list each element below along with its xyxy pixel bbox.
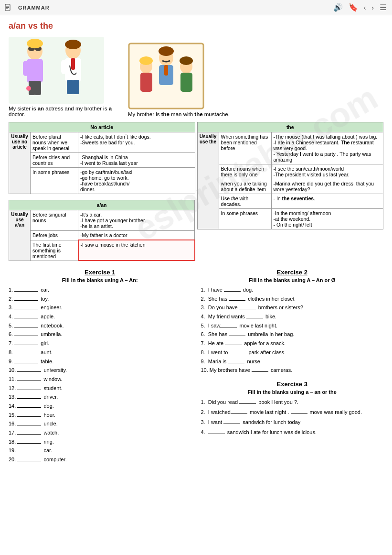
toolbar: GRAMMAR 🔊 🔖 ‹ › ☰ — [0, 0, 392, 15]
the-example-3: -Marina where did you get the dress, tha… — [271, 179, 383, 194]
list-item: 6. She has umbrella in her bag. — [201, 330, 384, 339]
grammar-tables-row: No article Usually use no article Before… — [9, 122, 383, 261]
character-image-2 — [128, 43, 204, 109]
exercise3-list: 1. Did you read book I lent you ?. 2. I … — [201, 397, 384, 437]
svg-point-14 — [27, 39, 43, 48]
aan-context-1: Before singural nouns — [31, 210, 78, 231]
the-context-5: In some phrases — [219, 209, 271, 229]
svg-rect-23 — [71, 58, 75, 70]
no-article-header: No article — [9, 122, 195, 132]
the-example-2: -I see the sun/earth/moon/world-The pres… — [271, 164, 383, 179]
list-item: 3. I want sandwich for lunch today — [201, 417, 384, 427]
list-item: 13. driver. — [9, 392, 191, 402]
na-example-1: -I like cats, but I don´t like dogs.-Swe… — [78, 132, 195, 153]
list-item: 17. watch. — [9, 428, 191, 437]
svg-rect-8 — [37, 61, 43, 76]
svg-point-27 — [159, 46, 174, 56]
the-example-5: -In the morning/ afternoon-at the weeken… — [271, 209, 383, 229]
svg-point-15 — [26, 86, 31, 91]
the-row-label: Usually use the — [197, 132, 219, 229]
list-item: 1. Did you read book I lent you ?. — [201, 397, 384, 407]
list-item: 7. He ate apple for a snack. — [201, 339, 384, 348]
list-item: 8. aunt. — [9, 348, 191, 357]
list-item: 4. My friend wants bike. — [201, 312, 384, 321]
svg-rect-18 — [61, 60, 67, 74]
na-example-2: -Shanghai is in China-I went to Russia l… — [78, 153, 195, 168]
images-row: My sister is an actress and my brother i… — [9, 37, 383, 117]
exercise3-title: Exercise 3 — [201, 381, 384, 388]
the-context-3: when you are talking about a definite it… — [219, 179, 271, 194]
list-item: 12. student. — [9, 384, 191, 393]
left-table-block: No article Usually use no article Before… — [9, 122, 195, 261]
na-context-1: Before plural nouns when we speak in gen… — [31, 132, 78, 153]
exercises-row: Exercise 1 Fill in the blanks using A – … — [9, 269, 383, 464]
aan-table: a/an Usually use a/an Before singural no… — [9, 200, 195, 261]
exercise3-subtitle: Fill in the blanks using a – an or the — [201, 389, 384, 395]
svg-rect-33 — [180, 73, 192, 92]
list-item: 2. toy. — [9, 294, 191, 304]
no-article-row-label: Usually use no article — [9, 132, 31, 194]
the-example-4: - In the seventies. — [271, 194, 383, 209]
aan-example-1: -It's a car.-I have got a younger brothe… — [78, 210, 195, 231]
back-icon[interactable]: ‹ — [362, 3, 368, 12]
list-item: 2. She has clothes in her closet — [201, 294, 384, 304]
na-example-3: -go by car/train/bus/taxi-go home, go to… — [78, 168, 195, 194]
aan-context-3: The first time something is mentioned — [31, 240, 78, 261]
na-context-3: In some phrases — [31, 168, 78, 194]
exercise1-col: Exercise 1 Fill in the blanks using A – … — [9, 269, 191, 464]
na-context-2: Before cities and countries — [31, 153, 78, 168]
bookmark-icon[interactable]: 🔖 — [347, 2, 360, 13]
list-item: 3. Do you have brothers or sisters? — [201, 303, 384, 312]
svg-rect-19 — [75, 60, 81, 74]
exercise2-list: 1. I have dog. 2. She has clothes in her… — [201, 285, 384, 375]
the-context-1: When something has been mentioned before — [219, 132, 271, 164]
the-context-4: Use the with decades. — [219, 194, 271, 209]
list-item: 1. car. — [9, 285, 191, 294]
list-item: 5. I saw movie last night. — [201, 321, 384, 330]
list-item: 1. I have dog. — [201, 285, 384, 294]
svg-point-34 — [180, 56, 193, 65]
list-item: 15. hour. — [9, 411, 191, 420]
svg-rect-21 — [73, 80, 79, 94]
exercise2-subtitle: Fill in the blanks using A – An or Ø — [201, 277, 384, 283]
list-item: 10. My brothers have cameras. — [201, 366, 384, 375]
list-item: 11. window. — [9, 375, 191, 384]
svg-rect-10 — [34, 81, 41, 95]
exercise2-title: Exercise 2 — [201, 269, 384, 276]
the-header: the — [197, 122, 383, 132]
image-caption-2: My brother is the man with the mustache. — [128, 111, 230, 117]
exercise2-3-col: Exercise 2 Fill in the blanks using A – … — [201, 269, 384, 464]
svg-rect-7 — [23, 61, 29, 76]
main-content: a/an vs the — [0, 15, 392, 470]
list-item: 6. umbrella. — [9, 330, 191, 339]
document-icon — [4, 3, 12, 12]
list-item: 16. uncle. — [9, 419, 191, 428]
menu-icon[interactable]: ☰ — [378, 2, 388, 13]
list-item: 3. engineer. — [9, 303, 191, 312]
svg-rect-20 — [67, 80, 74, 94]
exercise1-subtitle: Fill in the blanks using A – An: — [9, 277, 191, 283]
list-item: 10. university. — [9, 366, 191, 375]
image-block-1: My sister is an actress and my brother i… — [9, 37, 114, 117]
aan-row-label: Usually use a/an — [9, 210, 31, 261]
svg-rect-28 — [164, 65, 168, 76]
toolbar-nav: 🔊 🔖 ‹ › ☰ — [331, 2, 388, 13]
aan-context-2: Before jobs — [31, 231, 78, 240]
speaker-icon[interactable]: 🔊 — [331, 2, 345, 13]
list-item: 9. Maria is nurse. — [201, 357, 384, 366]
svg-point-31 — [139, 56, 153, 65]
image-caption-1: My sister is an actress and my brother i… — [9, 106, 114, 117]
list-item: 14. dog. — [9, 402, 191, 411]
the-example-1: -The mouse (that I was talking about ) w… — [271, 132, 383, 164]
svg-point-22 — [65, 40, 81, 49]
right-table-block: the Usually use the When something has b… — [197, 122, 384, 261]
list-item: 4. sandwich I ate for lunch was deliciou… — [201, 427, 384, 437]
character-image-1 — [9, 37, 104, 104]
exercise1-list: 1. car. 2. toy. 3. engineer. 4. apple. 5… — [9, 285, 191, 464]
aan-example-2: -My father is a doctor — [78, 231, 195, 240]
list-item: 8. I went to park after class. — [201, 348, 384, 357]
forward-icon[interactable]: › — [370, 3, 376, 12]
list-item: 4. apple. — [9, 312, 191, 321]
toolbar-title: GRAMMAR — [18, 5, 50, 11]
list-item: 19. car. — [9, 446, 191, 455]
